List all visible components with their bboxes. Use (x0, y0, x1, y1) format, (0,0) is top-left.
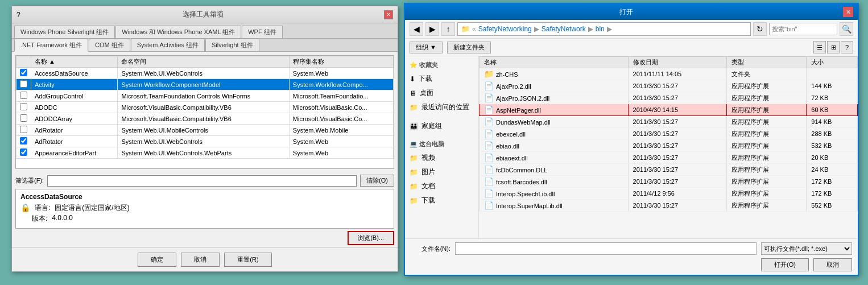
row-name: AdRotator (31, 125, 118, 136)
list-item[interactable]: 📄fcDbCommon.DLL 2011/3/30 15:27 应用程序扩展 2… (480, 164, 858, 176)
tab-wp-silverlight[interactable]: Windows Phone Silverlight 组件 (14, 26, 115, 38)
file-type: 应用程序扩展 (727, 164, 807, 176)
file-name: 📄Interop.SpeechLib.dll (480, 188, 629, 200)
list-item[interactable]: 📄fcsoft.Barcodes.dll 2011/3/30 15:27 应用程… (480, 176, 858, 188)
list-item[interactable]: 📄DundasWebMap.dll 2011/3/30 15:27 应用程序扩展… (480, 116, 858, 128)
file-name: 📄DundasWebMap.dll (480, 116, 629, 128)
table-row[interactable]: AdRotator System.Web.UI.MobileControls S… (16, 125, 394, 136)
file-list-panel: 名称 修改日期 类型 大小 📁zh-CHS 2011/11/11 14:05 文… (479, 56, 858, 238)
col-namespace[interactable]: 命名空间 (118, 56, 289, 68)
download2-icon: 📁 (410, 197, 418, 205)
filter-input[interactable] (47, 175, 357, 187)
view-details-button[interactable]: ⊞ (827, 41, 840, 53)
tab-dotnet[interactable]: .NET Framework 组件 (14, 39, 88, 52)
row-checkbox[interactable] (20, 80, 27, 88)
row-assembly: System.Web.Mobile (289, 125, 393, 136)
search-input[interactable] (769, 23, 837, 35)
info-language-row: 🔒 语言: 固定语言(固定国家/地区) (20, 203, 389, 213)
tab-com[interactable]: COM 组件 (89, 39, 130, 51)
sidebar-item-download1[interactable]: ⬇ 下载 (405, 72, 478, 86)
clear-button[interactable]: 清除(O) (360, 175, 394, 187)
table-row[interactable]: AddGroupControl Microsoft.TeamFoundation… (16, 90, 394, 102)
col-size[interactable]: 大小 (807, 57, 858, 68)
row-checkbox[interactable] (20, 114, 27, 122)
info-title: AccessDataSource (20, 193, 389, 201)
breadcrumb-safety-network[interactable]: SafetyNetwork (542, 25, 586, 33)
filename-label: 文件名(N): (411, 245, 450, 253)
row-checkbox[interactable] (20, 103, 27, 110)
row-name: AdRotator (31, 136, 118, 147)
filetype-select[interactable]: 可执行文件(*.dll; *.exe) (761, 242, 852, 255)
lock-icon: 🔒 (20, 203, 30, 213)
right-close-button[interactable]: ✕ (843, 7, 853, 17)
sidebar-item-homegroup[interactable]: 👪 家庭组 (405, 119, 478, 133)
sidebar-item-documents[interactable]: 📁 文档 (405, 179, 478, 193)
sidebar-item-videos[interactable]: 📁 视频 (405, 151, 478, 165)
left-close-button[interactable]: ✕ (384, 10, 393, 19)
row-checkbox[interactable] (20, 137, 27, 144)
file-modified: 2011/3/30 15:27 (628, 116, 726, 128)
download1-icon: ⬇ (410, 75, 415, 83)
table-row[interactable]: AppearanceEditorPart System.Web.UI.WebCo… (16, 147, 394, 159)
list-item[interactable]: 📄AjaxPro.2.dll 2011/3/30 15:27 应用程序扩展 14… (480, 80, 858, 92)
sidebar-computer-header: 💻 这台电脑 (405, 138, 478, 151)
list-item[interactable]: 📄ebexcel.dll 2011/3/30 15:27 应用程序扩展 288 … (480, 128, 858, 140)
organize-button[interactable]: 组织 ▼ (410, 42, 443, 53)
list-item[interactable]: 📁zh-CHS 2011/11/11 14:05 文件夹 (480, 68, 858, 80)
list-item[interactable]: 📄AspNetPager.dll 2010/4/30 14:15 应用程序扩展 … (480, 104, 858, 116)
file-modified: 2011/3/30 15:27 (628, 140, 726, 152)
tab-wp-xaml[interactable]: Windows 和 Windows Phone XAML 组件 (115, 26, 241, 38)
tab-wpf[interactable]: WPF 组件 (242, 26, 283, 38)
back-button[interactable]: ◀ (410, 22, 423, 36)
table-row[interactable]: AdRotator System.Web.UI.WebControls Syst… (16, 136, 394, 147)
list-item[interactable]: 📄Interop.SpeechLib.dll 2011/4/12 9:56 应用… (480, 188, 858, 200)
file-type: 应用程序扩展 (727, 200, 807, 212)
table-row[interactable]: ADODCArray Microsoft.VisualBasic.Compati… (16, 113, 394, 125)
list-item[interactable]: 📄ebiaoext.dll 2011/3/30 15:27 应用程序扩展 20 … (480, 152, 858, 164)
sidebar-item-recent[interactable]: 📁 最近访问的位置 (405, 100, 478, 114)
col-type[interactable]: 类型 (727, 57, 807, 68)
up-button[interactable]: ↑ (441, 22, 455, 36)
sidebar-item-download2[interactable]: 📁 下载 (405, 193, 478, 208)
tab-activities[interactable]: System.Activities 组件 (131, 39, 205, 51)
reset-button[interactable]: 重置(R) (224, 253, 271, 267)
col-modified[interactable]: 修改日期 (628, 57, 726, 68)
cancel-button[interactable]: 取消 (181, 253, 220, 267)
col-file-name[interactable]: 名称 (480, 57, 629, 68)
row-checkbox[interactable] (20, 92, 27, 99)
sidebar-item-pictures[interactable]: 📁 图片 (405, 165, 478, 179)
table-row[interactable]: Activity System.Workflow.ComponentModel … (16, 79, 394, 90)
right-cancel-button[interactable]: 取消 (813, 258, 852, 271)
sidebar-item-download1-label: 下载 (419, 74, 432, 84)
new-folder-button[interactable]: 新建文件夹 (447, 42, 491, 53)
col-assembly[interactable]: 程序集名称 (289, 56, 393, 68)
tab-silverlight[interactable]: Silverlight 组件 (205, 39, 259, 51)
sidebar-item-desktop[interactable]: 🖥 桌面 (405, 86, 478, 100)
filename-input[interactable] (455, 242, 757, 255)
ok-button[interactable]: 确定 (138, 253, 176, 267)
table-row[interactable]: AccessDataSource System.Web.UI.WebContro… (16, 68, 394, 79)
breadcrumb-safety-networking[interactable]: SafetyNetworking (478, 25, 532, 33)
row-name: Activity (31, 79, 118, 90)
forward-button[interactable]: ▶ (425, 22, 439, 36)
file-actions: 组织 ▼ 新建文件夹 ☰ ⊞ ? (405, 39, 858, 56)
list-item[interactable]: 📄Interop.SuperMapLib.dll 2011/3/30 15:27… (480, 200, 858, 212)
row-checkbox[interactable] (20, 148, 27, 156)
open-button[interactable]: 打开(O) (761, 258, 809, 271)
sidebar-computer-section: 💻 这台电脑 📁 视频 📁 图片 📁 文档 📁 下载 (405, 138, 478, 208)
view-list-button[interactable]: ☰ (813, 41, 826, 53)
browse-button[interactable]: 浏览(B)... (348, 231, 394, 245)
breadcrumb-bin[interactable]: bin (596, 25, 605, 33)
documents-icon: 📁 (410, 183, 418, 191)
row-namespace: Microsoft.VisualBasic.Compatibility.VB6 (118, 102, 289, 113)
table-row[interactable]: ADODC Microsoft.VisualBasic.Compatibilit… (16, 102, 394, 113)
search-button[interactable]: 🔍 (840, 22, 853, 36)
row-checkbox[interactable] (20, 126, 27, 133)
help-view-button[interactable]: ? (841, 41, 853, 53)
col-name[interactable]: 名称 ▲ (31, 56, 118, 68)
list-item[interactable]: 📄ebiao.dll 2011/3/30 15:27 应用程序扩展 532 KB (480, 140, 858, 152)
row-checkbox[interactable] (20, 69, 27, 76)
list-item[interactable]: 📄AjaxPro.JSON.2.dll 2011/3/30 15:27 应用程序… (480, 92, 858, 104)
help-icon[interactable]: ? (16, 11, 20, 19)
refresh-button[interactable]: ↻ (753, 22, 767, 36)
